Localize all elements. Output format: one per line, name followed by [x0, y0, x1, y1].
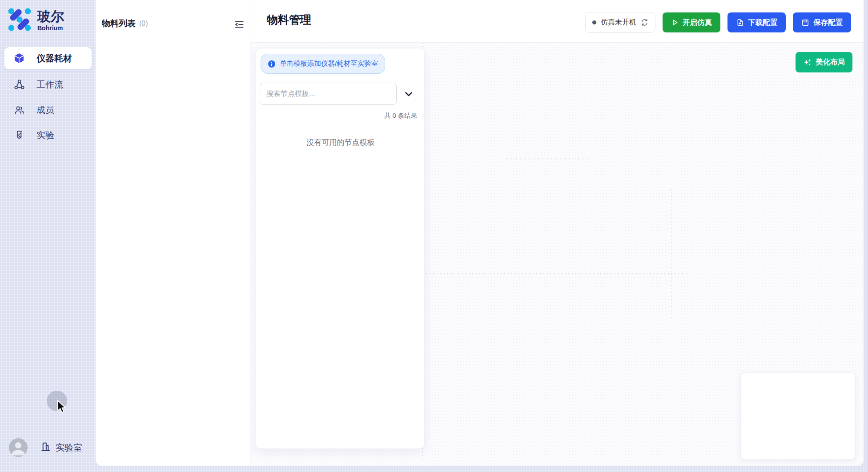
template-hint-text: 单击模板添加仪器/耗材至实验室 [280, 59, 378, 68]
brand-subtitle: Bohrium [37, 24, 64, 32]
status-dot-icon [592, 20, 596, 24]
refresh-icon[interactable] [641, 19, 648, 26]
brand-name: 玻尔 [37, 10, 64, 23]
avatar[interactable] [9, 438, 28, 457]
canvas-guide-line [422, 273, 687, 274]
results-count: 共 0 条结果 [256, 112, 417, 120]
bohrium-logo-icon [7, 7, 32, 34]
main-card: 物料列表 (0) 物料管理 仿真未开机 [96, 0, 864, 466]
sidebar-item-workflow[interactable]: 工作流 [4, 73, 92, 96]
canvas-guide-line [507, 158, 591, 159]
simulation-status-badge[interactable]: 仿真未开机 [585, 12, 655, 33]
brand-logo[interactable]: 玻尔 Bohrium [7, 7, 64, 34]
material-list-count: (0) [139, 20, 148, 28]
sidebar-item-experiments[interactable]: 实验 [4, 124, 92, 146]
template-hint-banner: 单击模板添加仪器/耗材至实验室 [261, 54, 385, 74]
minimap[interactable] [740, 372, 856, 460]
empty-state-text: 没有可用的节点模板 [256, 137, 425, 148]
building-icon [40, 441, 52, 455]
members-icon [13, 104, 25, 116]
material-list-panel: 物料列表 (0) [96, 0, 250, 466]
start-simulation-button[interactable]: 开启仿真 [663, 12, 720, 32]
file-download-icon [736, 19, 744, 27]
info-icon [268, 60, 276, 68]
workspace-switcher[interactable]: 实验室 [40, 441, 82, 455]
sidebar-item-label: 工作流 [36, 79, 63, 91]
save-config-button[interactable]: 保存配置 [793, 12, 851, 32]
sidebar-item-label: 成员 [36, 104, 54, 116]
sparkles-icon [803, 58, 812, 67]
status-label: 仿真未开机 [601, 18, 636, 27]
page-header: 物料管理 仿真未开机 [250, 0, 864, 43]
search-input[interactable] [260, 83, 397, 105]
canvas-guide-line [671, 189, 672, 319]
workspace-canvas[interactable]: 单击模板添加仪器/耗材至实验室 共 0 条结果 没有可用的节点模板 美化布局 [250, 43, 864, 466]
experiment-icon [13, 129, 25, 141]
sidebar-item-label: 仪器耗材 [36, 52, 72, 64]
template-panel: 单击模板添加仪器/耗材至实验室 共 0 条结果 没有可用的节点模板 [256, 48, 425, 449]
play-icon [671, 19, 679, 26]
sidebar-item-label: 实验 [36, 129, 54, 141]
download-config-button[interactable]: 下载配置 [727, 12, 786, 32]
workflow-icon [13, 79, 25, 90]
page-title: 物料管理 [267, 12, 311, 27]
sidebar-item-instruments[interactable]: 仪器耗材 [4, 47, 92, 69]
save-icon [801, 19, 809, 27]
beautify-layout-button[interactable]: 美化布局 [796, 52, 852, 72]
cube-icon [13, 52, 25, 64]
workspace-label: 实验室 [56, 442, 82, 454]
mouse-cursor-icon [56, 400, 67, 416]
menu-fold-icon[interactable] [233, 19, 245, 30]
sidebar-item-members[interactable]: 成员 [4, 99, 92, 121]
chevron-down-icon[interactable] [404, 91, 413, 97]
material-list-title: 物料列表 [102, 18, 136, 29]
